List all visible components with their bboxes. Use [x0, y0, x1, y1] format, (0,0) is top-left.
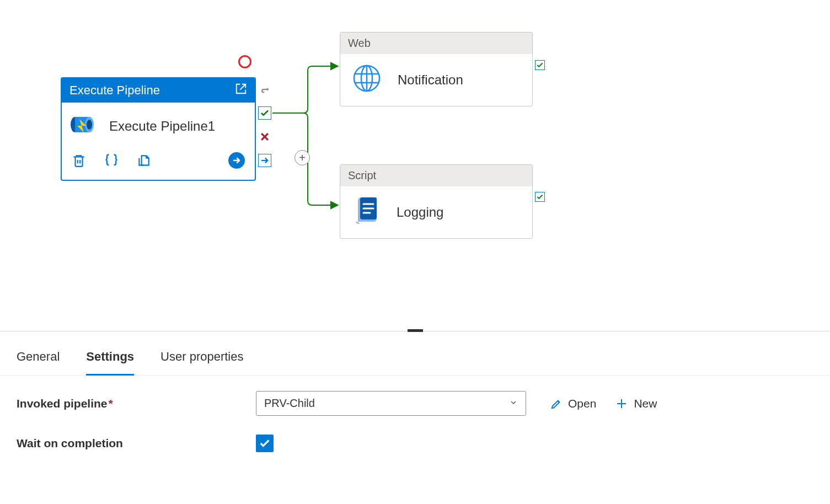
activity-execute-pipeline[interactable]: Execute Pipeline Execute Pipeline1 — [61, 77, 256, 181]
activity-header: Web — [340, 33, 532, 54]
activity-type-label: Web — [348, 37, 371, 49]
script-scroll-icon — [352, 196, 380, 228]
properties-panel: General Settings User properties Invoked… — [0, 331, 830, 468]
activity-type-label: Script — [348, 169, 376, 181]
open-pipeline-icon[interactable] — [235, 83, 247, 98]
check-icon — [259, 437, 271, 449]
web-globe-icon — [352, 64, 381, 96]
chevron-down-icon — [509, 397, 518, 410]
activity-header: Script — [340, 165, 532, 186]
breakpoint-indicator[interactable] — [238, 55, 251, 68]
code-braces-icon[interactable] — [104, 153, 119, 170]
wait-on-completion-label: Wait on completion — [17, 437, 237, 450]
properties-tabs: General Settings User properties — [0, 333, 830, 376]
delete-icon[interactable] — [72, 153, 86, 170]
pencil-icon — [550, 398, 563, 410]
completion-connector-icon[interactable] — [258, 154, 271, 167]
success-connector-icon[interactable] — [535, 192, 545, 202]
activity-script[interactable]: Script Logging — [340, 164, 533, 239]
success-connector-icon[interactable] — [535, 60, 545, 70]
activity-web[interactable]: Web Notification — [340, 32, 533, 106]
execute-pipeline-icon — [69, 112, 97, 140]
panel-drag-handle[interactable] — [408, 329, 423, 332]
activity-name: Logging — [397, 205, 443, 220]
tab-general[interactable]: General — [17, 350, 60, 375]
invoked-pipeline-select[interactable]: PRV-Child — [256, 391, 526, 416]
activity-type-label: Execute Pipeline — [69, 83, 160, 98]
invoked-pipeline-value: PRV-Child — [264, 397, 315, 410]
success-connector-icon[interactable] — [258, 106, 271, 120]
activity-header: Execute Pipeline — [62, 78, 255, 103]
pipeline-canvas[interactable]: Execute Pipeline Execute Pipeline1 — [0, 0, 830, 331]
redo-icon[interactable] — [258, 84, 271, 97]
plus-icon — [615, 397, 628, 410]
tab-settings[interactable]: Settings — [86, 350, 134, 376]
run-arrow-icon[interactable] — [228, 152, 245, 171]
add-activity-junction[interactable]: + — [294, 150, 310, 165]
wait-on-completion-checkbox[interactable] — [256, 435, 274, 452]
activity-name: Notification — [398, 72, 463, 88]
activity-name: Execute Pipeline1 — [109, 119, 215, 134]
svg-point-3 — [87, 120, 92, 130]
open-pipeline-button[interactable]: Open — [550, 397, 596, 410]
copy-icon[interactable] — [137, 153, 151, 170]
tab-user-properties[interactable]: User properties — [160, 350, 243, 375]
failure-connector-icon[interactable] — [258, 130, 271, 143]
new-pipeline-button[interactable]: New — [615, 397, 657, 410]
invoked-pipeline-label: Invoked pipeline* — [17, 397, 237, 410]
